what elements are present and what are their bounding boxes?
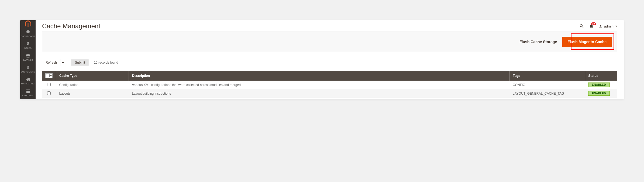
cell-description: Layout building instructions [129, 89, 510, 98]
sidebar-item-customers[interactable]: CUSTOMERS [20, 63, 36, 75]
sidebar-item-label: CUSTOMERS [21, 71, 35, 73]
refresh-button[interactable]: Refresh [42, 59, 60, 66]
table-row: Configuration Various XML configurations… [42, 81, 617, 89]
sidebar-item-label: MARKETING [21, 83, 35, 85]
cache-table: Cache Type Description Tags Status Confi… [42, 71, 617, 99]
records-count: 16 records found [94, 61, 118, 64]
submit-button[interactable]: Submit [71, 59, 89, 66]
flush-magento-cache-button[interactable]: Flush Magento Cache [562, 37, 612, 47]
admin-account-menu[interactable]: admin [599, 24, 617, 28]
page-actions-bar: Flush Cache Storage Flush Magento Cache [42, 32, 617, 52]
admin-label: admin [604, 24, 614, 28]
cell-description: Page blocks HTML [129, 98, 510, 99]
sidebar-item-label: CATALOG [23, 59, 33, 61]
search-icon[interactable] [579, 24, 584, 29]
sidebar-item-catalog[interactable]: CATALOG [20, 51, 36, 63]
column-header-description[interactable]: Description [129, 71, 510, 81]
status-badge: ENABLED [588, 83, 610, 87]
column-header-status[interactable]: Status [585, 71, 617, 81]
sidebar: DASHBOARD SALES CATALOG CUSTOMERS MARKET… [20, 20, 36, 99]
cell-tags: CONFIG [509, 81, 585, 89]
cell-cache-type: Blocks HTML output [56, 98, 129, 99]
notification-icon[interactable]: 39 [589, 24, 594, 29]
row-checkbox[interactable] [47, 91, 51, 95]
sidebar-item-sales[interactable]: SALES [20, 40, 36, 51]
table-row: Layouts Layout building instructions LAY… [42, 89, 617, 98]
cell-tags: BLOCK_HTML [509, 98, 585, 99]
page-title: Cache Management [42, 22, 579, 30]
user-icon [599, 24, 602, 28]
status-badge: ENABLED [588, 91, 610, 96]
sidebar-item-marketing[interactable]: MARKETING [20, 75, 36, 87]
column-header-tags[interactable]: Tags [509, 71, 585, 81]
column-header-cache-type[interactable]: Cache Type [56, 71, 129, 81]
chevron-down-icon [615, 26, 617, 27]
cell-cache-type: Layouts [56, 89, 129, 98]
table-row: Blocks HTML output Page blocks HTML BLOC… [42, 98, 617, 99]
sidebar-item-dashboard[interactable]: DASHBOARD [20, 28, 36, 40]
refresh-dropdown-toggle[interactable] [60, 59, 66, 66]
row-checkbox[interactable] [47, 83, 51, 86]
cell-tags: LAYOUT_GENERAL_CACHE_TAG [509, 89, 585, 98]
main-content: Cache Management 39 admin Flush Cache St… [36, 20, 624, 99]
sidebar-item-label: CONTENT [22, 94, 33, 97]
grid-actions-row: Refresh Submit 16 records found [42, 59, 617, 66]
sidebar-item-content[interactable]: CONTENT [20, 87, 36, 99]
sidebar-item-label: DASHBOARD [21, 35, 35, 37]
sidebar-item-label: SALES [24, 47, 32, 49]
chevron-down-icon [50, 75, 52, 76]
select-all-checkbox[interactable] [45, 73, 53, 78]
flush-cache-storage-button[interactable]: Flush Cache Storage [518, 37, 559, 46]
magento-logo[interactable] [20, 20, 36, 28]
cell-cache-type: Configuration [56, 81, 129, 89]
column-header-select [42, 71, 56, 81]
page-header: Cache Management 39 admin [36, 20, 624, 32]
notification-badge: 39 [591, 22, 596, 25]
cell-description: Various XML configurations that were col… [129, 81, 510, 89]
